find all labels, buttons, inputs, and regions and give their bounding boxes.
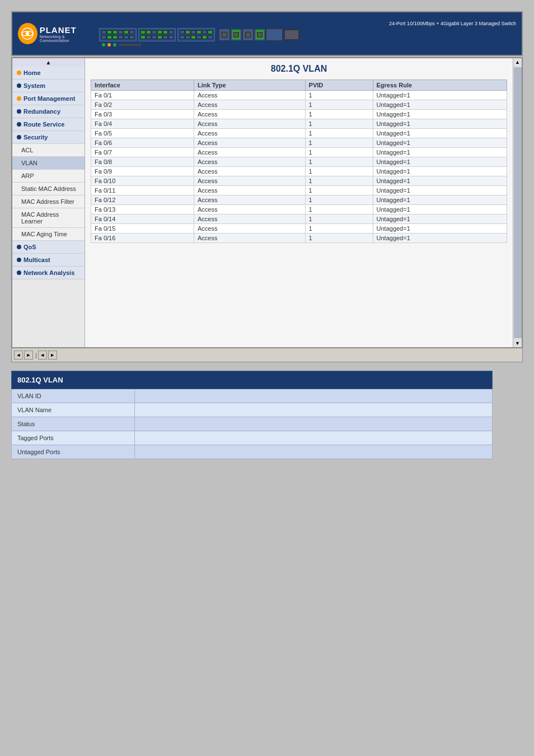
- table-row[interactable]: Fa 0/12 Access 1 Untagged=1: [91, 195, 507, 205]
- bottom-field-value: [135, 445, 493, 459]
- table-row[interactable]: Fa 0/6 Access 1 Untagged=1: [91, 138, 507, 148]
- scroll-thumb[interactable]: [514, 67, 522, 338]
- cell-linktype: Access: [194, 110, 306, 119]
- table-row[interactable]: Fa 0/8 Access 1 Untagged=1: [91, 157, 507, 167]
- sidebar-item-arp[interactable]: ARP: [12, 170, 85, 183]
- sidebar-item-route-service[interactable]: Route Service: [12, 118, 85, 131]
- cell-egress: Untagged=1: [373, 91, 507, 100]
- nav-arrows-group: ◄ ►: [13, 349, 34, 361]
- cell-interface: Fa 0/10: [91, 176, 194, 186]
- cell-linktype: Access: [194, 138, 306, 148]
- cell-linktype: Access: [194, 129, 306, 138]
- cell-egress: Untagged=1: [373, 138, 507, 148]
- multicast-bullet: [17, 258, 21, 262]
- cell-egress: Untagged=1: [373, 186, 507, 195]
- sidebar-item-system[interactable]: System: [12, 80, 85, 92]
- cell-interface: Fa 0/15: [91, 224, 194, 234]
- cell-pvid: 1: [305, 100, 373, 110]
- cell-interface: Fa 0/8: [91, 157, 194, 167]
- sidebar-label-qos: QoS: [24, 244, 36, 250]
- sidebar-item-vlan[interactable]: VLAN: [12, 157, 85, 170]
- table-row[interactable]: Fa 0/3 Access 1 Untagged=1: [91, 110, 507, 119]
- main-content: 802.1Q VLAN Interface Link Type PVID Egr…: [85, 58, 513, 347]
- system-bullet: [17, 83, 21, 88]
- sidebar-item-mac-filter[interactable]: MAC Address Filter: [12, 195, 85, 208]
- cell-egress: Untagged=1: [373, 167, 507, 176]
- cell-egress: Untagged=1: [373, 224, 507, 234]
- scroll-down-arrow[interactable]: ▼: [514, 339, 521, 347]
- table-row[interactable]: Fa 0/5 Access 1 Untagged=1: [91, 129, 507, 138]
- sidebar-label-redundancy: Redundancy: [24, 108, 60, 115]
- nav-forward-button[interactable]: ►: [24, 351, 33, 360]
- cell-egress: Untagged=1: [373, 234, 507, 243]
- bottom-table-header: 802.1Q VLAN: [12, 371, 493, 389]
- table-row[interactable]: Fa 0/16 Access 1 Untagged=1: [91, 234, 507, 243]
- list-item: VLAN Name: [12, 403, 493, 417]
- svg-point-2: [26, 32, 29, 35]
- table-row[interactable]: Fa 0/15 Access 1 Untagged=1: [91, 224, 507, 234]
- table-row[interactable]: Fa 0/4 Access 1 Untagged=1: [91, 119, 507, 129]
- sidebar-item-port-management[interactable]: Port Management: [12, 92, 85, 105]
- sidebar-item-redundancy[interactable]: Redundancy: [12, 105, 85, 118]
- home-bullet: [17, 71, 21, 75]
- cell-egress: Untagged=1: [373, 157, 507, 167]
- sidebar-item-security[interactable]: Security: [12, 131, 85, 144]
- network-analysis-bullet: [17, 270, 21, 275]
- scroll-up-arrow[interactable]: ▲: [514, 58, 521, 66]
- sidebar-label-static-mac: Static MAC Address: [21, 185, 76, 192]
- bottom-field-value: [135, 417, 493, 431]
- cell-pvid: 1: [305, 234, 373, 243]
- bottom-section: 802.1Q VLAN VLAN ID VLAN Name Status Tag…: [11, 371, 523, 459]
- list-item: VLAN ID: [12, 389, 493, 403]
- sidebar-item-acl[interactable]: ACL: [12, 144, 85, 157]
- sidebar-item-mac-aging[interactable]: MAC Aging Time: [12, 228, 85, 241]
- table-row[interactable]: Fa 0/7 Access 1 Untagged=1: [91, 148, 507, 157]
- table-row[interactable]: Fa 0/10 Access 1 Untagged=1: [91, 176, 507, 186]
- sidebar-label-vlan: VLAN: [21, 160, 38, 166]
- sidebar-label-arp: ARP: [21, 172, 34, 179]
- nav-sidebar-forward[interactable]: ►: [48, 351, 57, 360]
- cell-interface: Fa 0/14: [91, 214, 194, 224]
- device-panel: PLANET Networking & Communication 24-Por…: [11, 11, 523, 56]
- col-header-pvid: PVID: [305, 80, 373, 91]
- sidebar-item-static-mac[interactable]: Static MAC Address: [12, 183, 85, 195]
- bottom-field-label: Status: [12, 417, 135, 431]
- planet-orbit-icon: [21, 27, 34, 40]
- sidebar-label-security: Security: [24, 134, 48, 141]
- sidebar-label-port-mgmt: Port Management: [24, 95, 75, 102]
- sidebar-scroll-up[interactable]: ▲: [12, 58, 85, 67]
- redundancy-bullet: [17, 109, 21, 114]
- cell-linktype: Access: [194, 157, 306, 167]
- main-scrollbar[interactable]: ▲ ▼: [513, 58, 522, 347]
- nav-sidebar-back[interactable]: ◄: [38, 351, 47, 360]
- bottom-field-value: [135, 389, 493, 403]
- cell-linktype: Access: [194, 176, 306, 186]
- cell-linktype: Access: [194, 234, 306, 243]
- cell-interface: Fa 0/16: [91, 234, 194, 243]
- port-group-1: [99, 28, 137, 41]
- cell-egress: Untagged=1: [373, 119, 507, 129]
- cell-interface: Fa 0/11: [91, 186, 194, 195]
- table-row[interactable]: Fa 0/14 Access 1 Untagged=1: [91, 214, 507, 224]
- cell-pvid: 1: [305, 176, 373, 186]
- status-leds: [99, 43, 516, 46]
- table-row[interactable]: Fa 0/11 Access 1 Untagged=1: [91, 186, 507, 195]
- table-row[interactable]: Fa 0/2 Access 1 Untagged=1: [91, 100, 507, 110]
- cell-pvid: 1: [305, 157, 373, 167]
- table-row[interactable]: Fa 0/9 Access 1 Untagged=1: [91, 167, 507, 176]
- col-header-interface: Interface: [91, 80, 194, 91]
- cell-interface: Fa 0/3: [91, 110, 194, 119]
- bottom-nav-bar: ◄ ► | ◄ ►: [11, 348, 523, 362]
- nav-back-button[interactable]: ◄: [14, 351, 23, 360]
- table-row[interactable]: Fa 0/1 Access 1 Untagged=1: [91, 91, 507, 100]
- sidebar-item-network-analysis[interactable]: Network Analysis: [12, 267, 85, 279]
- cell-egress: Untagged=1: [373, 100, 507, 110]
- table-row[interactable]: Fa 0/13 Access 1 Untagged=1: [91, 205, 507, 214]
- sidebar-item-multicast[interactable]: Multicast: [12, 254, 85, 267]
- sidebar-item-mac-learner[interactable]: MAC Address Learner: [12, 208, 85, 228]
- cell-pvid: 1: [305, 224, 373, 234]
- sidebar-item-home[interactable]: Home: [12, 67, 85, 80]
- route-bullet: [17, 122, 21, 127]
- sidebar-item-qos[interactable]: QoS: [12, 241, 85, 254]
- cell-linktype: Access: [194, 195, 306, 205]
